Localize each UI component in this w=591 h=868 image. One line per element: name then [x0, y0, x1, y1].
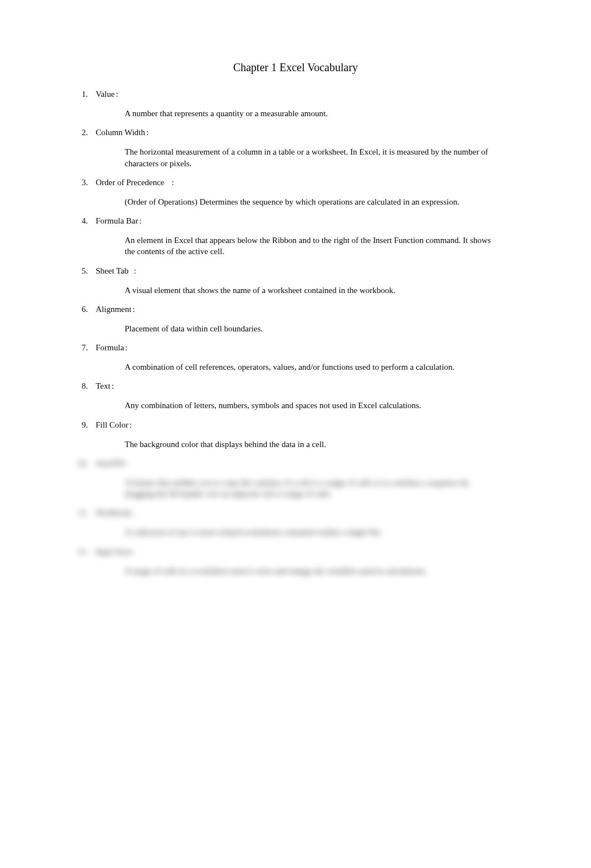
term-row: 11. Workbook : [72, 508, 519, 518]
colon: : [139, 216, 141, 226]
term-row: 6. Alignment : [72, 305, 519, 314]
term-label: Fill Color [96, 420, 129, 430]
colon: : [132, 508, 134, 518]
term-row: 1. Value : [72, 90, 519, 99]
term-label: Formula Bar [96, 216, 138, 226]
term-row: 9. Fill Color : [72, 420, 519, 430]
term-label: Value [96, 90, 115, 99]
colon: : [130, 266, 136, 276]
definition-text: The horizontal measurement of a column i… [125, 146, 496, 169]
term-row: 4. Formula Bar : [72, 216, 519, 226]
definition-text: Placement of data within cell boundaries… [125, 323, 496, 334]
definition-text: A visual element that shows the name of … [125, 285, 496, 296]
item-number: 7. [72, 343, 88, 353]
list-item: 11. Workbook : A collection of one or mo… [72, 508, 519, 538]
definition-text: An element in Excel that appears below t… [125, 235, 496, 257]
definition-text: (Order of Operations) Determines the seq… [125, 196, 496, 207]
item-number: 12. [72, 547, 88, 557]
colon: : [111, 381, 114, 391]
item-number: 9. [72, 420, 88, 430]
term-label: Workbook [96, 508, 131, 518]
term-row: 2. Column Width : [72, 128, 519, 137]
colon: : [125, 343, 127, 353]
list-item: 5. Sheet Tab : A visual element that sho… [72, 266, 519, 296]
definition-text: A number that represents a quantity or a… [125, 108, 496, 119]
term-label: Order of Precedence [96, 178, 164, 187]
term-row: 7. Formula : [72, 343, 519, 353]
list-item: 1. Value : A number that represents a qu… [72, 90, 519, 119]
term-row: 3. Order of Precedence : [72, 178, 519, 187]
term-row: 12. Input Area : [72, 547, 519, 557]
list-item: 10. AutoFill : A feature that enables yo… [72, 459, 519, 500]
term-label: Column Width [96, 128, 145, 137]
item-number: 8. [72, 381, 88, 391]
list-item: 3. Order of Precedence : (Order of Opera… [72, 178, 519, 207]
colon: : [146, 128, 149, 137]
item-number: 11. [72, 508, 88, 518]
item-number: 1. [72, 90, 88, 99]
colon: : [132, 305, 135, 314]
term-label: Sheet Tab [96, 266, 129, 276]
definition-text: A combination of cell references, operat… [125, 361, 496, 373]
list-item: 6. Alignment : Placement of data within … [72, 305, 519, 334]
list-item: 12. Input Area : A range of cells in a w… [72, 547, 519, 577]
list-item: 8. Text : Any combination of letters, nu… [72, 381, 519, 411]
item-number: 10. [72, 459, 88, 468]
item-number: 5. [72, 266, 88, 276]
list-item: 2. Column Width : The horizontal measure… [72, 128, 519, 169]
term-label: Input Area [96, 547, 131, 557]
term-label: Formula [96, 343, 124, 353]
definition-text: A collection of one or more related work… [125, 527, 496, 538]
colon: : [125, 459, 127, 468]
term-label: AutoFill [96, 459, 124, 468]
item-number: 4. [72, 216, 88, 226]
vocabulary-list: 1. Value : A number that represents a qu… [72, 90, 519, 577]
list-item: 4. Formula Bar : An element in Excel tha… [72, 216, 519, 257]
colon: : [165, 178, 174, 187]
definition-text: The background color that displays behin… [125, 439, 496, 450]
term-row: 5. Sheet Tab : [72, 266, 519, 276]
term-label: Alignment [96, 305, 131, 314]
item-number: 2. [72, 128, 88, 137]
term-label: Text [96, 381, 110, 391]
list-item: 9. Fill Color : The background color tha… [72, 420, 519, 450]
colon: : [116, 90, 118, 99]
item-number: 6. [72, 305, 88, 314]
item-number: 3. [72, 178, 88, 187]
term-row: 8. Text : [72, 381, 519, 391]
colon: : [130, 420, 132, 430]
list-item: 7. Formula : A combination of cell refer… [72, 343, 519, 373]
colon: : [132, 547, 135, 557]
definition-text: A feature that enables you to copy the c… [125, 477, 496, 500]
definition-text: A range of cells in a worksheet used to … [125, 566, 496, 577]
definition-text: Any combination of letters, numbers, sym… [125, 400, 496, 411]
page-title: Chapter 1 Excel Vocabulary [72, 61, 519, 74]
term-row: 10. AutoFill : [72, 459, 519, 468]
